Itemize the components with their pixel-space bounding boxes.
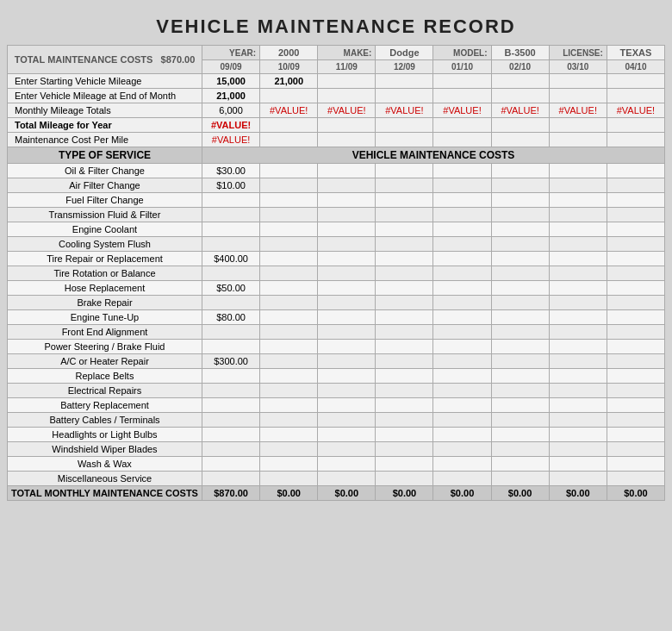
service-name-19: Headlights or Light Bulbs [8, 428, 202, 442]
service-name-20: Windshield Wiper Blades [8, 442, 202, 457]
end-mileage-val1: 21,000 [202, 89, 259, 103]
monthly-mileage-err8: #VALUE! [607, 103, 664, 118]
total-monthly-col6: $0.00 [491, 486, 549, 501]
service-name-1: Oil & Filter Change [8, 164, 202, 178]
model-value: B-3500 [491, 46, 549, 60]
service-name-13: Power Steering / Brake Fluid [8, 340, 202, 354]
make-value: Dodge [376, 46, 433, 60]
total-monthly-col4: $0.00 [376, 486, 433, 501]
main-table: TOTAL MAINTENANCE COSTS $870.00 YEAR: 20… [7, 45, 665, 501]
service-name-8: Tire Rotation or Balance [8, 266, 202, 281]
total-monthly-col8: $0.00 [607, 486, 664, 501]
page-title: VEHICLE MAINTENANCE RECORD [7, 7, 665, 45]
start-mileage-label: Enter Starting Vehicle Mileage [8, 74, 202, 89]
date-col5: 01/10 [433, 60, 491, 74]
date-col4: 12/09 [376, 60, 433, 74]
service-name-21: Wash & Wax [8, 457, 202, 472]
date-col3: 11/09 [318, 60, 376, 74]
total-costs-label: TOTAL MAINTENANCE COSTS [15, 54, 153, 65]
start-mileage-val1: 15,000 [202, 74, 259, 89]
model-label: MODEL: [433, 46, 491, 60]
total-mileage-val: #VALUE! [202, 118, 259, 133]
monthly-mileage-err4: #VALUE! [376, 103, 433, 118]
service-val-7-1: $400.00 [202, 252, 259, 266]
monthly-mileage-val1: 6,000 [202, 103, 259, 118]
service-name-6: Cooling System Flush [8, 237, 202, 252]
total-monthly-col1: $870.00 [202, 486, 259, 501]
end-mileage-label: Enter Vehicle Mileage at End of Month [8, 89, 202, 103]
total-monthly-col2: $0.00 [260, 486, 318, 501]
cost-per-mile-label: Maintenance Cost Per Mile [8, 133, 202, 147]
year-label: YEAR: [202, 46, 259, 60]
service-val-1-1: $30.00 [202, 164, 259, 178]
service-val-11-1: $80.00 [202, 310, 259, 325]
monthly-mileage-err3: #VALUE! [318, 103, 376, 118]
total-monthly-col3: $0.00 [318, 486, 376, 501]
total-monthly-label: TOTAL MONTHLY MAINTENANCE COSTS [8, 486, 202, 501]
service-name-10: Brake Repair [8, 296, 202, 310]
service-name-16: Electrical Repairs [8, 384, 202, 398]
start-mileage-val2: 21,000 [260, 74, 318, 89]
date-col7: 03/10 [549, 60, 607, 74]
date-col8: 04/10 [607, 60, 664, 74]
service-type-header: TYPE OF SERVICE [8, 147, 202, 164]
vehicle-costs-header: VEHICLE MAINTENANCE COSTS [202, 147, 664, 164]
service-name-12: Front End Alignment [8, 325, 202, 340]
service-name-17: Battery Replacement [8, 398, 202, 413]
date-col1: 09/09 [202, 60, 259, 74]
service-name-4: Transmission Fluid & Filter [8, 208, 202, 222]
total-monthly-col7: $0.00 [549, 486, 607, 501]
cost-per-mile-val: #VALUE! [202, 133, 259, 147]
service-name-7: Tire Repair or Replacement [8, 252, 202, 266]
license-value: TEXAS [607, 46, 664, 60]
total-mileage-label: Total Mileage for Year [8, 118, 202, 133]
service-name-11: Engine Tune-Up [8, 310, 202, 325]
make-label: MAKE: [318, 46, 376, 60]
service-name-18: Battery Cables / Terminals [8, 413, 202, 428]
service-name-3: Fuel Filter Change [8, 193, 202, 208]
monthly-mileage-err2: #VALUE! [260, 103, 318, 118]
service-val-2-1: $10.00 [202, 178, 259, 193]
license-label: LICENSE: [549, 46, 607, 60]
date-col6: 02/10 [491, 60, 549, 74]
year-value: 2000 [260, 46, 318, 60]
monthly-mileage-label: Monthly Mileage Totals [8, 103, 202, 118]
service-name-9: Hose Replacement [8, 281, 202, 296]
monthly-mileage-err7: #VALUE! [549, 103, 607, 118]
service-name-5: Engine Coolant [8, 222, 202, 237]
service-name-15: Replace Belts [8, 369, 202, 384]
service-name-2: Air Filter Change [8, 178, 202, 193]
monthly-mileage-err6: #VALUE! [491, 103, 549, 118]
total-monthly-col5: $0.00 [433, 486, 491, 501]
service-name-22: Miscellaneous Service [8, 472, 202, 486]
service-name-14: A/C or Heater Repair [8, 354, 202, 369]
total-costs-value: $870.00 [161, 54, 196, 65]
date-col2: 10/09 [260, 60, 318, 74]
service-val-14-1: $300.00 [202, 354, 259, 369]
service-val-9-1: $50.00 [202, 281, 259, 296]
monthly-mileage-err5: #VALUE! [433, 103, 491, 118]
